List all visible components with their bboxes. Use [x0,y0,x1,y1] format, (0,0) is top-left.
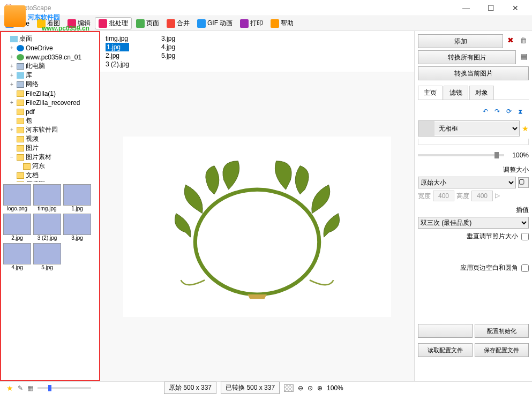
expand-icon[interactable]: + [9,63,15,69]
toolbar-8[interactable]: 帮助 [267,18,297,29]
zoom-slider[interactable] [38,387,91,389]
undo-icon[interactable]: ↶ [483,108,491,116]
file-item[interactable]: 5.jpg [161,51,175,60]
drive-icon [17,81,24,88]
size-lock-icon[interactable]: ▢ [518,177,529,188]
file-item[interactable]: 2.jpg [106,51,129,60]
width-input[interactable] [433,191,454,201]
file-item[interactable]: 3.jpg [161,34,175,43]
tree-node-0[interactable]: 桌面 [2,34,98,43]
toolbar-6[interactable]: GIF 动画 [194,18,236,29]
delete-icon[interactable]: ✖ [505,36,516,47]
tree-node-14[interactable]: 河东 [2,162,98,171]
tree-node-10[interactable]: +河东软件园 [2,125,98,134]
zoom-out-icon[interactable]: ⊖ [298,384,303,392]
file-item[interactable]: 4.jpg [161,43,175,51]
grid-icon[interactable]: ▦ [27,384,33,392]
tree-node-11[interactable]: 视频 [2,134,98,143]
apply-size-icon[interactable]: ▷ [495,192,504,200]
file-item[interactable]: 3 (2).jpg [106,60,129,69]
thumb-label: 2.jpg [3,235,31,241]
toolbar-3[interactable]: 批处理 [95,17,132,29]
toolbar-4[interactable]: 页面 [133,18,162,29]
star-icon[interactable]: ★ [522,124,529,133]
thumb-item[interactable]: 3 (2).jpg [33,214,61,241]
star-icon[interactable]: ★ [6,384,13,392]
expand-icon[interactable]: + [9,54,15,60]
tree-node-4[interactable]: +库 [2,71,98,80]
zoom-fit-icon[interactable]: ⊙ [308,384,313,392]
zoom-in-icon[interactable]: ⊕ [317,384,323,392]
list-icon[interactable]: ▤ [518,52,529,63]
thumb-item[interactable]: 1.jpg [63,184,91,211]
frame-select[interactable]: 无相框 [434,122,519,135]
tree-node-13[interactable]: −图片素材 [2,153,98,162]
toolbar-icon [136,19,145,28]
tree-node-5[interactable]: +网络 [2,80,98,89]
add-button[interactable]: 添加 [418,34,503,48]
close-button[interactable]: ✕ [503,0,528,16]
preview-image[interactable] [123,137,391,317]
thumbnail-panel[interactable]: logo.pngtimg.jpg1.jpg2.jpg3 (2).jpg3.jpg… [1,182,99,380]
tree-node-9[interactable]: 包 [2,116,98,125]
thumb-item[interactable]: timg.jpg [33,184,61,211]
toolbar-7[interactable]: 打印 [237,18,266,29]
expand-icon[interactable]: + [9,72,15,78]
interp-select[interactable]: 双三次 (最佳品质) [418,217,529,229]
redo-icon[interactable]: ↷ [494,108,503,116]
read-config-button[interactable]: 读取配置文件 [418,343,473,357]
maximize-button[interactable]: ☐ [478,0,503,16]
tree-node-7[interactable]: +FileZilla_recovered [2,98,98,107]
expand-icon[interactable]: + [9,45,15,51]
tree-node-6[interactable]: FileZilla(1) [2,89,98,98]
thumb-item[interactable]: 4.jpg [3,243,31,270]
thumb-item[interactable]: logo.png [3,184,31,211]
config-init-button[interactable]: 配置初始化 [475,324,529,338]
thumb-image [3,243,31,264]
height-input[interactable] [471,191,493,201]
tool-icon[interactable]: ✎ [18,384,23,392]
tree-node-15[interactable]: 文档 [2,171,98,180]
thumb-label: logo.png [3,206,31,211]
toolbar-5[interactable]: 合并 [163,18,193,29]
tab-object[interactable]: 对象 [469,86,494,100]
expand-icon[interactable]: + [9,100,15,105]
thumb-image [33,184,61,206]
vert-adjust-checkbox[interactable] [521,233,529,240]
tab-filter[interactable]: 滤镜 [444,86,468,100]
tree-node-3[interactable]: +此电脑 [2,62,98,71]
tab-home[interactable]: 主页 [418,86,443,100]
canvas-area [100,72,414,381]
thumb-item[interactable]: 3.jpg [63,214,91,241]
hourglass-icon[interactable]: ⧗ [518,108,527,116]
expand-icon[interactable]: + [9,127,15,133]
folder-icon [17,172,24,179]
checker-icon[interactable] [284,384,294,392]
converted-size-box: 已转换 500 x 337 [221,382,280,394]
thumb-image [3,184,31,206]
tree-node-8[interactable]: pdf [2,107,98,116]
opacity-slider[interactable] [418,154,504,156]
apply-margin-checkbox[interactable] [521,264,529,272]
minimize-button[interactable]: — [454,0,478,16]
file-list[interactable]: timg.jpg1.jpg2.jpg3 (2).jpg 3.jpg4.jpg5.… [100,31,414,72]
expand-icon[interactable]: − [9,154,15,160]
toolbar-icon [99,19,107,28]
tree-node-1[interactable]: +OneDrive [2,43,98,52]
save-config-button[interactable]: 保存配置文件 [475,343,529,357]
thumb-item[interactable]: 2.jpg [3,214,31,241]
opacity-value: 100% [507,151,529,159]
convert-current-button[interactable]: 转换当前图片 [418,66,529,80]
convert-all-button[interactable]: 转换所有图片 [418,50,516,64]
tree-node-2[interactable]: +www.pc0359.cn_01 [2,52,98,62]
file-item[interactable]: timg.jpg [106,34,129,43]
file-item[interactable]: 1.jpg [106,43,129,51]
tree-node-12[interactable]: 图片 [2,143,98,153]
trash-icon[interactable]: 🗑 [518,36,529,47]
folder-tree[interactable]: 桌面+OneDrive+www.pc0359.cn_01+此电脑+库+网络Fil… [1,32,99,182]
size-mode-select[interactable]: 原始大小 [418,177,516,188]
thumb-item[interactable]: 5.jpg [33,243,61,270]
expand-icon[interactable]: + [9,81,15,87]
empty-button[interactable] [418,324,473,338]
refresh-icon[interactable]: ⟳ [506,108,515,116]
